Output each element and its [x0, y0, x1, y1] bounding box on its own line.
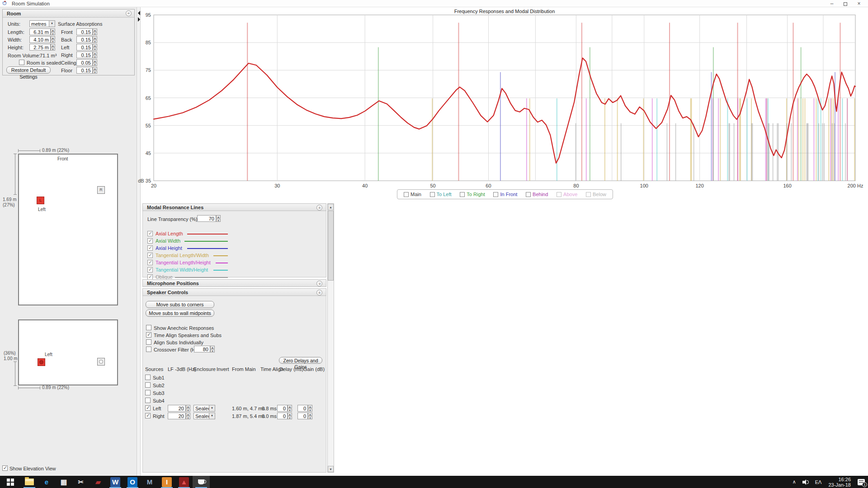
- collapse-speaker-icon[interactable]: «: [316, 290, 322, 296]
- modal-checkbox[interactable]: [147, 267, 153, 272]
- tray-clock[interactable]: 16:26 23-Jan-18: [825, 477, 854, 488]
- legend-checkbox-to-left[interactable]: [430, 192, 435, 197]
- taskbar-java-room-sim[interactable]: [193, 476, 210, 488]
- gain-spinner-left[interactable]: 0▲▼: [297, 405, 312, 412]
- speaker-check-align-subs-individually[interactable]: [146, 339, 151, 345]
- source-checkbox-sub1[interactable]: [145, 375, 151, 380]
- legend-label: Main: [410, 192, 421, 197]
- taskbar-i-orange-app[interactable]: I: [158, 476, 175, 488]
- line-transparency-spinner[interactable]: 70 ▲▼: [197, 215, 221, 222]
- lf-spinner-left[interactable]: 20▲▼: [168, 405, 190, 412]
- spin-down-icon[interactable]: ▼: [210, 349, 215, 352]
- crossover-filter-checkbox[interactable]: [146, 347, 151, 352]
- controls-scrollbar[interactable]: ▲ ▼: [327, 203, 334, 473]
- spin-down-icon[interactable]: ▼: [288, 408, 292, 412]
- taskbar-file-explorer[interactable]: [21, 476, 38, 488]
- start-button[interactable]: [0, 476, 21, 488]
- spin-up-icon[interactable]: ▲: [186, 405, 190, 408]
- desktop: Room Simulation – × Room « Units: metres…: [0, 0, 868, 488]
- legend-checkbox-main[interactable]: [404, 192, 409, 197]
- lf-spinner-left-value[interactable]: 20: [168, 405, 186, 412]
- calculator-icon: ▦: [59, 477, 69, 487]
- modal-checkbox[interactable]: [147, 238, 153, 244]
- source-label-left: Left: [153, 406, 161, 411]
- move-subs-corners-button[interactable]: Move subs to corners: [146, 301, 214, 308]
- modal-checkbox[interactable]: [147, 231, 153, 236]
- spin-down-icon[interactable]: ▼: [308, 408, 312, 412]
- source-label-sub3: Sub3: [153, 390, 165, 396]
- scroll-up-icon[interactable]: ▲: [328, 204, 334, 210]
- expand-mic-icon[interactable]: «: [316, 281, 322, 286]
- delay-spinner-right-value[interactable]: 0: [277, 413, 288, 419]
- spin-up-icon[interactable]: ▲: [308, 413, 312, 416]
- x-axis-unit-label: 200 Hz: [848, 183, 863, 188]
- spin-up-icon[interactable]: ▲: [288, 405, 292, 408]
- gain-spinner-right-value[interactable]: 0: [297, 413, 308, 419]
- gain-spinner-left-value[interactable]: 0: [297, 405, 308, 412]
- taskbar-edge-browser[interactable]: e: [38, 476, 55, 488]
- spin-down-icon[interactable]: ▼: [308, 416, 312, 419]
- taskbar-a-red-app[interactable]: ▲: [175, 476, 193, 488]
- source-checkbox-right[interactable]: [145, 413, 151, 418]
- table-header-lf-3db-hz-: LF -3dB (Hz): [168, 366, 196, 372]
- spin-up-icon[interactable]: ▲: [216, 215, 221, 218]
- speaker-check-show-anechoic-responses[interactable]: [146, 325, 151, 330]
- tray-chevron-up-icon[interactable]: ∧: [789, 476, 799, 488]
- legend-checkbox-in-front[interactable]: [493, 192, 498, 197]
- modal-row-axial-height: Axial Height: [147, 245, 226, 252]
- gain-spinner-right[interactable]: 0▲▼: [297, 413, 312, 419]
- source-checkbox-left[interactable]: [145, 405, 151, 411]
- modal-checkbox[interactable]: [147, 245, 153, 251]
- enclosure-select-right[interactable]: Sealed▼: [193, 413, 215, 419]
- table-header-gain-db-: Gain (dB): [303, 366, 325, 372]
- legend-checkbox-to-right[interactable]: [460, 192, 465, 197]
- legend-checkbox-above[interactable]: [557, 192, 561, 197]
- legend-checkbox-below[interactable]: [586, 192, 591, 197]
- chevron-down-icon[interactable]: ▼: [209, 413, 215, 419]
- enclosure-select-left[interactable]: Sealed▼: [193, 405, 215, 412]
- move-subs-midpoints-button[interactable]: Move subs to wall midpoints: [146, 310, 214, 317]
- crossover-filter-spinner[interactable]: 80 ▲▼: [194, 346, 215, 352]
- zero-delays-gains-button[interactable]: Zero Delays and Gains: [279, 357, 322, 364]
- spin-down-icon[interactable]: ▼: [288, 416, 292, 419]
- modal-row-tangential-width-height: Tangential Width/Height: [147, 267, 226, 273]
- delay-spinner-left-value[interactable]: 0: [277, 405, 288, 412]
- source-checkbox-sub2[interactable]: [145, 382, 151, 388]
- lf-spinner-right-value[interactable]: 20: [168, 413, 186, 419]
- spin-up-icon[interactable]: ▲: [186, 413, 190, 416]
- speaker-check-time-align-speakers-and-subs[interactable]: [146, 332, 151, 338]
- notifications-icon[interactable]: 1: [854, 476, 868, 488]
- scrollbar-thumb[interactable]: [328, 211, 334, 281]
- taskbar-outlook[interactable]: O: [124, 476, 141, 488]
- time-align-value: 0.0 ms: [262, 413, 277, 419]
- legend-checkbox-behind[interactable]: [526, 192, 531, 197]
- spin-up-icon[interactable]: ▲: [210, 346, 215, 349]
- spin-down-icon[interactable]: ▼: [216, 219, 221, 222]
- spin-down-icon[interactable]: ▼: [186, 416, 190, 419]
- language-indicator[interactable]: ΕΛ: [812, 476, 825, 488]
- source-checkbox-sub4[interactable]: [145, 398, 151, 403]
- taskbar-word[interactable]: W: [107, 476, 124, 488]
- spin-up-icon[interactable]: ▲: [288, 413, 292, 416]
- collapse-modal-icon[interactable]: «: [316, 205, 322, 211]
- taskbar-m-app[interactable]: M: [141, 476, 158, 488]
- lf-spinner-right[interactable]: 20▲▼: [168, 413, 190, 419]
- source-checkbox-sub3[interactable]: [145, 390, 151, 395]
- x-tick-label: 100: [640, 183, 648, 188]
- modal-checkbox[interactable]: [147, 260, 153, 265]
- spin-down-icon[interactable]: ▼: [186, 408, 190, 412]
- crossover-filter-label: Crossover Filter (Hz): [154, 347, 199, 352]
- modal-line-swatch: [213, 255, 228, 256]
- delay-spinner-left[interactable]: 0▲▼: [277, 405, 292, 412]
- scroll-down-icon[interactable]: ▼: [328, 466, 334, 472]
- taskbar-snipping-tool[interactable]: ✂: [72, 476, 90, 488]
- frequency-response-chart[interactable]: Frequency Responses and Modal Distributi…: [0, 7, 868, 476]
- taskbar-calculator[interactable]: ▦: [55, 476, 72, 488]
- volume-icon[interactable]: [799, 476, 812, 488]
- modal-checkbox[interactable]: [147, 253, 153, 258]
- spin-up-icon[interactable]: ▲: [308, 405, 312, 408]
- chevron-down-icon[interactable]: ▼: [209, 405, 215, 411]
- time-align-value: 0.8 ms: [262, 406, 277, 411]
- taskbar-red-book-app[interactable]: ▰: [90, 476, 107, 488]
- delay-spinner-right[interactable]: 0▲▼: [277, 413, 292, 419]
